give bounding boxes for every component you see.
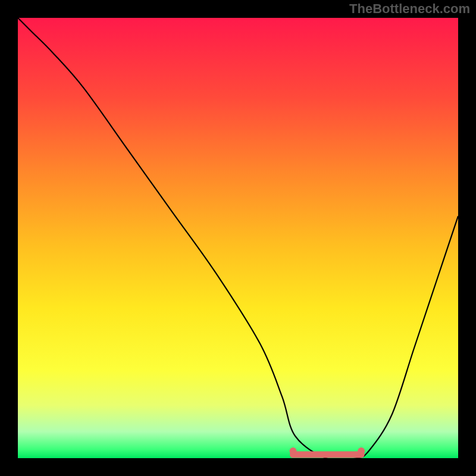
optimal-range-start-dot: [290, 447, 297, 455]
optimal-range-end-dot: [358, 447, 365, 455]
curve-svg: [18, 18, 458, 458]
bottleneck-curve: [18, 18, 458, 458]
plot-area: [18, 18, 458, 458]
chart-container: TheBottleneck.com: [0, 0, 476, 476]
watermark-text: TheBottleneck.com: [349, 1, 470, 17]
